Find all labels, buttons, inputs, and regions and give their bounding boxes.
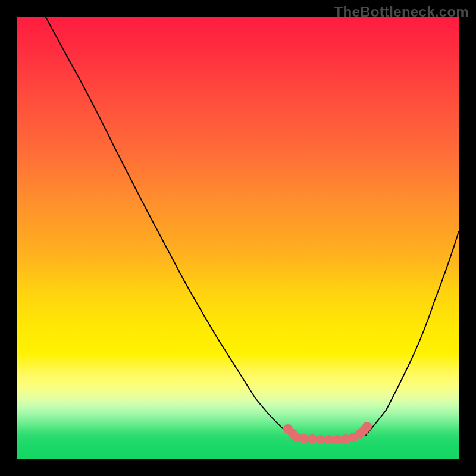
chart-container: TheBottleneck.com [0, 0, 476, 476]
svg-point-6 [324, 435, 334, 444]
watermark-text: TheBottleneck.com [334, 4, 469, 20]
curves-svg [17, 17, 459, 459]
svg-point-5 [316, 435, 325, 444]
svg-point-7 [333, 435, 342, 444]
svg-point-12 [362, 422, 372, 431]
left-curve [46, 17, 293, 436]
svg-point-3 [299, 434, 309, 443]
svg-point-4 [308, 434, 317, 444]
right-curve [366, 231, 459, 435]
bottom-markers [283, 422, 372, 444]
plot-frame [17, 17, 459, 459]
